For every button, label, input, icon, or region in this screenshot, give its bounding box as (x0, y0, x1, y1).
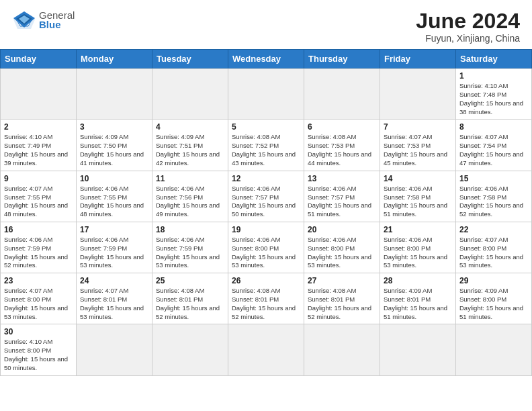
day-24: 24 Sunrise: 4:07 AMSunset: 8:01 PMDaylig… (77, 273, 152, 324)
calendar-row-3: 9 Sunrise: 4:07 AMSunset: 7:55 PMDayligh… (1, 171, 532, 222)
day-28: 28 Sunrise: 4:09 AMSunset: 8:01 PMDaylig… (380, 273, 456, 324)
calendar-row-1: 1 Sunrise: 4:10 AMSunset: 7:48 PMDayligh… (1, 68, 532, 120)
day-17: 17 Sunrise: 4:06 AMSunset: 7:59 PMDaylig… (77, 222, 152, 273)
header-sunday: Sunday (1, 50, 77, 68)
day-26: 26 Sunrise: 4:08 AMSunset: 8:01 PMDaylig… (228, 273, 304, 324)
logo-text: General Blue (39, 9, 75, 30)
page-header: General Blue June 2024 Fuyun, Xinjiang, … (0, 0, 532, 49)
header-saturday: Saturday (456, 50, 532, 68)
day-10: 10 Sunrise: 4:06 AMSunset: 7:55 PMDaylig… (77, 171, 152, 222)
header-tuesday: Tuesday (152, 50, 228, 68)
empty-cell (456, 324, 532, 375)
day-25: 25 Sunrise: 4:08 AMSunset: 8:01 PMDaylig… (152, 273, 228, 324)
day-11: 11 Sunrise: 4:06 AMSunset: 7:56 PMDaylig… (152, 171, 228, 222)
day-18: 18 Sunrise: 4:06 AMSunset: 7:59 PMDaylig… (152, 222, 228, 273)
day-3: 3 Sunrise: 4:09 AMSunset: 7:50 PMDayligh… (77, 120, 152, 171)
day-8: 8 Sunrise: 4:07 AMSunset: 7:54 PMDayligh… (456, 120, 532, 171)
general-blue-icon (12, 10, 36, 30)
day-12: 12 Sunrise: 4:06 AMSunset: 7:57 PMDaylig… (228, 171, 304, 222)
day-30: 30 Sunrise: 4:10 AMSunset: 8:00 PMDaylig… (1, 324, 77, 375)
month-year-title: June 2024 (416, 9, 520, 33)
calendar-row-2: 2 Sunrise: 4:10 AMSunset: 7:49 PMDayligh… (1, 120, 532, 171)
empty-cell (77, 324, 152, 375)
logo: General Blue (12, 9, 75, 30)
day-20: 20 Sunrise: 4:06 AMSunset: 8:00 PMDaylig… (304, 222, 380, 273)
empty-cell (304, 324, 380, 375)
day-9: 9 Sunrise: 4:07 AMSunset: 7:55 PMDayligh… (1, 171, 77, 222)
day-23: 23 Sunrise: 4:07 AMSunset: 8:00 PMDaylig… (1, 273, 77, 324)
day-6: 6 Sunrise: 4:08 AMSunset: 7:53 PMDayligh… (304, 120, 380, 171)
day-15: 15 Sunrise: 4:06 AMSunset: 7:58 PMDaylig… (456, 171, 532, 222)
day-5: 5 Sunrise: 4:08 AMSunset: 7:52 PMDayligh… (228, 120, 304, 171)
day-1: 1 Sunrise: 4:10 AMSunset: 7:48 PMDayligh… (456, 68, 532, 120)
header-thursday: Thursday (304, 50, 380, 68)
empty-cell (1, 68, 77, 120)
empty-cell (380, 68, 456, 120)
calendar-row-4: 16 Sunrise: 4:06 AMSunset: 7:59 PMDaylig… (1, 222, 532, 273)
empty-cell (152, 324, 228, 375)
calendar-table: Sunday Monday Tuesday Wednesday Thursday… (0, 49, 532, 376)
weekday-header-row: Sunday Monday Tuesday Wednesday Thursday… (1, 50, 532, 68)
header-monday: Monday (77, 50, 152, 68)
header-friday: Friday (380, 50, 456, 68)
empty-cell (77, 68, 152, 120)
calendar-row-5: 23 Sunrise: 4:07 AMSunset: 8:00 PMDaylig… (1, 273, 532, 324)
day-7: 7 Sunrise: 4:07 AMSunset: 7:53 PMDayligh… (380, 120, 456, 171)
day-21: 21 Sunrise: 4:06 AMSunset: 8:00 PMDaylig… (380, 222, 456, 273)
empty-cell (228, 324, 304, 375)
empty-cell (304, 68, 380, 120)
day-29: 29 Sunrise: 4:09 AMSunset: 8:00 PMDaylig… (456, 273, 532, 324)
empty-cell (228, 68, 304, 120)
day-4: 4 Sunrise: 4:09 AMSunset: 7:51 PMDayligh… (152, 120, 228, 171)
day-13: 13 Sunrise: 4:06 AMSunset: 7:57 PMDaylig… (304, 171, 380, 222)
empty-cell (380, 324, 456, 375)
calendar-row-6: 30 Sunrise: 4:10 AMSunset: 8:00 PMDaylig… (1, 324, 532, 375)
header-wednesday: Wednesday (228, 50, 304, 68)
empty-cell (152, 68, 228, 120)
location-subtitle: Fuyun, Xinjiang, China (416, 33, 520, 44)
day-14: 14 Sunrise: 4:06 AMSunset: 7:58 PMDaylig… (380, 171, 456, 222)
day-19: 19 Sunrise: 4:06 AMSunset: 8:00 PMDaylig… (228, 222, 304, 273)
day-27: 27 Sunrise: 4:08 AMSunset: 8:01 PMDaylig… (304, 273, 380, 324)
day-22: 22 Sunrise: 4:07 AMSunset: 8:00 PMDaylig… (456, 222, 532, 273)
day-2: 2 Sunrise: 4:10 AMSunset: 7:49 PMDayligh… (1, 120, 77, 171)
title-block: June 2024 Fuyun, Xinjiang, China (416, 9, 520, 44)
day-16: 16 Sunrise: 4:06 AMSunset: 7:59 PMDaylig… (1, 222, 77, 273)
